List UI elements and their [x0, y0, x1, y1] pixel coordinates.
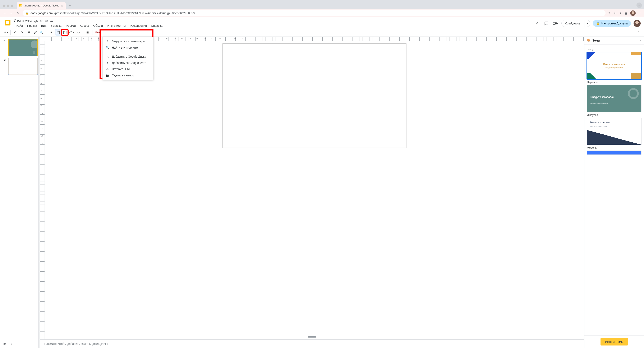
tab-title: Итоги месяца - Google Презе [24, 4, 59, 7]
lock-icon: 🔒 [26, 11, 29, 15]
browser-tabstrip: Итоги месяца - Google Презе ✕ ＋ ⌄ [0, 0, 644, 9]
url-input[interactable]: 🔒 docs.google.com/presentation/d/1-qp78z… [22, 10, 606, 16]
bookmark-icon[interactable]: ☆ [614, 11, 616, 15]
back-button[interactable]: ← [2, 11, 7, 15]
minimize-window-dot[interactable] [7, 4, 10, 7]
tabstrip-expand-icon[interactable]: ⌄ [636, 2, 642, 8]
reload-button[interactable]: ⟳ [16, 11, 20, 15]
new-tab-button[interactable]: ＋ [67, 3, 73, 8]
url-host: docs.google.com [30, 11, 53, 15]
forward-button[interactable]: → [9, 11, 14, 15]
browser-profile-avatar[interactable] [630, 10, 636, 16]
extensions-icon[interactable]: ✦ [619, 11, 622, 15]
browser-address-bar: ← → ⟳ 🔒 docs.google.com/presentation/d/1… [0, 9, 644, 17]
close-window-dot[interactable] [3, 4, 6, 7]
share-page-icon[interactable]: ⇪ [608, 11, 610, 15]
window-controls [2, 4, 16, 9]
sidepanel-icon[interactable]: ▣ [624, 11, 627, 15]
slides-favicon-icon [19, 4, 22, 7]
browser-tab[interactable]: Итоги месяца - Google Презе ✕ [17, 2, 66, 9]
tab-close-icon[interactable]: ✕ [61, 4, 63, 7]
zoom-window-dot[interactable] [11, 4, 14, 7]
url-path: /presentation/d/1-qp78zwChWsYUs3B1SUnl12… [54, 11, 196, 15]
browser-menu-icon[interactable]: ⋮ [638, 11, 642, 15]
